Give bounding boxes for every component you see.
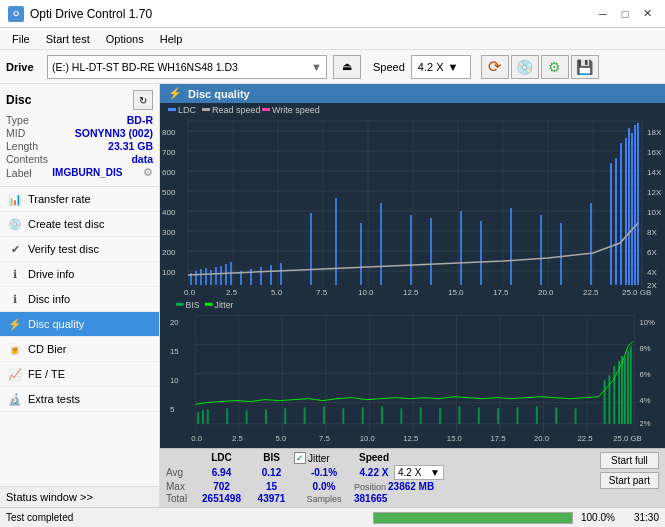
stats-avg-row: Avg 6.94 0.12 -0.1% 4.22 X 4.2 X ▼ [166,465,590,480]
menubar: File Start test Options Help [0,28,665,50]
sidebar-item-disc-info[interactable]: ℹ Disc info [0,287,159,312]
svg-rect-57 [280,263,282,285]
svg-text:15.0: 15.0 [448,288,464,297]
drive-selector[interactable]: (E:) HL-DT-ST BD-RE WH16NS48 1.D3 ▼ [47,55,327,79]
toolbar-icon-1[interactable]: ⟳ [481,55,509,79]
drivebar: Drive (E:) HL-DT-ST BD-RE WH16NS48 1.D3 … [0,50,665,84]
start-part-button[interactable]: Start part [600,472,659,489]
toolbar-icon-2[interactable]: 💿 [511,55,539,79]
toolbar-icon-3[interactable]: ⚙ [541,55,569,79]
disc-section: Disc ↻ Type BD-R MID SONYNN3 (002) Lengt… [0,84,159,187]
disc-type-value: BD-R [127,114,153,126]
speed-selector[interactable]: 4.2 X ▼ [411,55,471,79]
svg-text:10.0: 10.0 [358,288,374,297]
stats-speed-header: Speed [354,452,394,464]
svg-rect-71 [615,158,617,285]
svg-rect-143 [613,366,615,424]
svg-text:12.5: 12.5 [403,288,419,297]
svg-text:22.5: 22.5 [583,288,599,297]
drive-info-icon: ℹ [8,267,22,281]
jitter-check[interactable]: ✓ Jitter [294,452,354,464]
svg-rect-139 [555,407,557,423]
maximize-button[interactable]: □ [615,4,635,24]
svg-rect-127 [323,406,325,423]
sidebar-item-verify-test-disc[interactable]: ✔ Verify test disc [0,237,159,262]
titlebar-controls: ─ □ ✕ [593,4,657,24]
sidebar-item-disc-quality[interactable]: ⚡ Disc quality [0,312,159,337]
svg-text:4X: 4X [647,268,657,277]
svg-rect-59 [335,198,337,285]
svg-rect-126 [304,407,306,423]
sidebar-item-create-test-disc-label: Create test disc [28,218,104,230]
sidebar-item-create-test-disc[interactable]: 💿 Create test disc [0,212,159,237]
sidebar-item-extra-tests[interactable]: 🔬 Extra tests [0,387,159,412]
menu-start-test[interactable]: Start test [38,31,98,47]
close-button[interactable]: ✕ [637,4,657,24]
svg-rect-125 [284,408,286,423]
svg-rect-64 [460,211,462,285]
jitter-checkbox[interactable]: ✓ [294,452,306,464]
svg-text:8X: 8X [647,228,657,237]
svg-text:Jitter: Jitter [215,300,234,310]
menu-help[interactable]: Help [152,31,191,47]
toolbar-icon-4[interactable]: 💾 [571,55,599,79]
eject-icon: ⏏ [342,60,352,73]
stats-avg-speed: 4.22 X [354,467,394,478]
disc-quality-header-icon: ⚡ [168,87,182,100]
svg-rect-50 [220,266,222,285]
svg-text:Read speed: Read speed [212,105,261,115]
disc-label-row: Label IMGBURN_DIS ⚙ [6,166,153,179]
sidebar-item-fe-te-label: FE / TE [28,368,65,380]
lower-chart: BIS Jitter 20 15 10 5 10% 8% 6% 4% 2% [160,298,665,448]
svg-text:5: 5 [170,405,174,414]
upper-chart-svg: LDC Read speed Write speed 800 700 600 5… [160,103,665,298]
stats-max-position: 23862 MB [388,481,434,492]
svg-text:2.5: 2.5 [226,288,238,297]
svg-text:17.5: 17.5 [493,288,509,297]
svg-rect-60 [360,223,362,285]
svg-rect-63 [430,218,432,285]
sidebar-item-fe-te[interactable]: 📈 FE / TE [0,362,159,387]
svg-rect-135 [478,407,480,423]
svg-text:5.0: 5.0 [271,288,283,297]
charts-wrapper: LDC Read speed Write speed 800 700 600 5… [160,103,665,448]
menu-options[interactable]: Options [98,31,152,47]
speed2-dropdown[interactable]: 4.2 X ▼ [394,465,444,480]
svg-text:Write speed: Write speed [272,105,320,115]
svg-text:8%: 8% [639,344,650,353]
stats-total-label: Total [166,493,194,504]
status-window-button[interactable]: Status window >> [0,486,159,507]
stats-ldc-header: LDC [194,452,249,464]
speed-dropdown-arrow-icon: ▼ [448,61,459,73]
svg-text:0.0: 0.0 [191,434,202,443]
minimize-button[interactable]: ─ [593,4,613,24]
verify-test-disc-icon: ✔ [8,242,22,256]
svg-text:2.5: 2.5 [232,434,243,443]
stats-samples-label: Samples [294,494,354,504]
disc-quality-header: ⚡ Disc quality [160,84,665,103]
svg-rect-137 [517,407,519,423]
sidebar-item-cd-bier-label: CD Bier [28,343,67,355]
menu-file[interactable]: File [4,31,38,47]
svg-text:22.5: 22.5 [578,434,593,443]
svg-rect-128 [342,408,344,423]
svg-rect-1 [168,108,176,111]
svg-text:600: 600 [162,168,176,177]
status-window-label: Status window >> [6,491,93,503]
svg-rect-56 [270,265,272,285]
eject-button[interactable]: ⏏ [333,55,361,79]
drive-name: (E:) HL-DT-ST BD-RE WH16NS48 1.D3 [52,61,238,73]
start-full-button[interactable]: Start full [600,452,659,469]
start-buttons: Start full Start part [600,452,659,489]
left-panel: Disc ↻ Type BD-R MID SONYNN3 (002) Lengt… [0,84,160,507]
svg-text:18X: 18X [647,128,662,137]
sidebar-item-transfer-rate[interactable]: 📊 Transfer rate [0,187,159,212]
svg-text:BIS: BIS [186,300,200,310]
sidebar-item-cd-bier[interactable]: 🍺 CD Bier [0,337,159,362]
svg-rect-48 [210,270,212,285]
svg-rect-74 [628,128,630,285]
svg-text:10X: 10X [647,208,662,217]
sidebar-item-drive-info[interactable]: ℹ Drive info [0,262,159,287]
disc-refresh-button[interactable]: ↻ [133,90,153,110]
titlebar-title: Opti Drive Control 1.70 [30,7,152,21]
